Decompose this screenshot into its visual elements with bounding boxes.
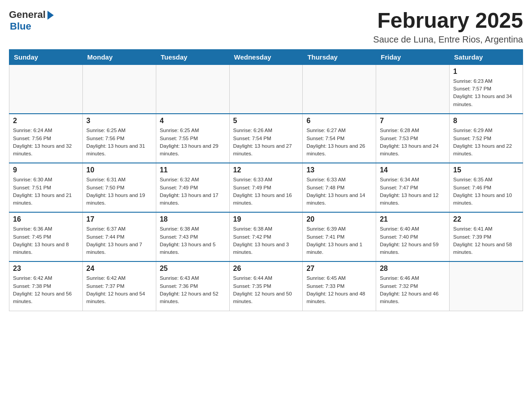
day-number: 8 [453, 117, 519, 125]
day-number: 6 [306, 117, 372, 125]
logo-blue-text: Blue [10, 21, 31, 32]
day-number: 20 [306, 215, 372, 223]
col-thursday: Thursday [303, 49, 376, 64]
day-number: 11 [160, 166, 226, 174]
day-number: 3 [86, 117, 152, 125]
table-row: 1Sunrise: 6:23 AMSunset: 7:57 PMDaylight… [450, 64, 523, 114]
table-row: 28Sunrise: 6:46 AMSunset: 7:32 PMDayligh… [376, 261, 450, 311]
col-wednesday: Wednesday [229, 49, 303, 64]
day-info: Sunrise: 6:32 AMSunset: 7:49 PMDaylight:… [160, 176, 226, 207]
day-number: 24 [86, 265, 152, 273]
day-info: Sunrise: 6:34 AMSunset: 7:47 PMDaylight:… [380, 176, 446, 207]
day-number: 21 [380, 215, 446, 223]
table-row: 3Sunrise: 6:25 AMSunset: 7:56 PMDaylight… [82, 114, 156, 163]
table-row: 22Sunrise: 6:41 AMSunset: 7:39 PMDayligh… [450, 212, 523, 261]
day-number: 28 [380, 265, 446, 273]
day-number: 7 [380, 117, 446, 125]
day-number: 2 [13, 117, 79, 125]
day-info: Sunrise: 6:25 AMSunset: 7:56 PMDaylight:… [86, 127, 152, 158]
day-number: 16 [13, 215, 79, 223]
table-row: 8Sunrise: 6:29 AMSunset: 7:52 PMDaylight… [450, 114, 523, 163]
table-row [303, 64, 376, 114]
table-row: 26Sunrise: 6:44 AMSunset: 7:35 PMDayligh… [229, 261, 303, 311]
calendar-week-row: 9Sunrise: 6:30 AMSunset: 7:51 PMDaylight… [9, 163, 523, 212]
table-row: 4Sunrise: 6:25 AMSunset: 7:55 PMDaylight… [156, 114, 229, 163]
day-info: Sunrise: 6:23 AMSunset: 7:57 PMDaylight:… [453, 77, 519, 108]
day-info: Sunrise: 6:33 AMSunset: 7:49 PMDaylight:… [233, 176, 299, 207]
day-number: 1 [453, 68, 519, 76]
calendar-header-row: Sunday Monday Tuesday Wednesday Thursday… [9, 49, 523, 64]
day-info: Sunrise: 6:35 AMSunset: 7:46 PMDaylight:… [453, 176, 519, 207]
day-info: Sunrise: 6:37 AMSunset: 7:44 PMDaylight:… [86, 225, 152, 256]
day-info: Sunrise: 6:31 AMSunset: 7:50 PMDaylight:… [86, 176, 152, 207]
day-number: 18 [160, 215, 226, 223]
location-subtitle: Sauce de Luna, Entre Rios, Argentina [373, 34, 523, 45]
day-info: Sunrise: 6:40 AMSunset: 7:40 PMDaylight:… [380, 225, 446, 256]
day-number: 15 [453, 166, 519, 174]
calendar-week-row: 2Sunrise: 6:24 AMSunset: 7:56 PMDaylight… [9, 114, 523, 163]
day-number: 23 [13, 265, 79, 273]
table-row: 27Sunrise: 6:45 AMSunset: 7:33 PMDayligh… [303, 261, 376, 311]
table-row: 13Sunrise: 6:33 AMSunset: 7:48 PMDayligh… [303, 163, 376, 212]
day-number: 5 [233, 117, 299, 125]
table-row: 24Sunrise: 6:42 AMSunset: 7:37 PMDayligh… [82, 261, 156, 311]
logo-general-text: General [9, 9, 46, 21]
table-row: 21Sunrise: 6:40 AMSunset: 7:40 PMDayligh… [376, 212, 450, 261]
day-number: 26 [233, 265, 299, 273]
table-row: 5Sunrise: 6:26 AMSunset: 7:54 PMDaylight… [229, 114, 303, 163]
table-row: 17Sunrise: 6:37 AMSunset: 7:44 PMDayligh… [82, 212, 156, 261]
day-number: 4 [160, 117, 226, 125]
table-row: 18Sunrise: 6:38 AMSunset: 7:43 PMDayligh… [156, 212, 229, 261]
table-row: 9Sunrise: 6:30 AMSunset: 7:51 PMDaylight… [9, 163, 83, 212]
day-info: Sunrise: 6:41 AMSunset: 7:39 PMDaylight:… [453, 225, 519, 256]
day-number: 12 [233, 166, 299, 174]
day-number: 19 [233, 215, 299, 223]
calendar-week-row: 16Sunrise: 6:36 AMSunset: 7:45 PMDayligh… [9, 212, 523, 261]
day-number: 13 [306, 166, 372, 174]
day-info: Sunrise: 6:27 AMSunset: 7:54 PMDaylight:… [306, 127, 372, 158]
table-row: 23Sunrise: 6:42 AMSunset: 7:38 PMDayligh… [9, 261, 83, 311]
col-saturday: Saturday [450, 49, 523, 64]
page-header: General Blue February 2025 Sauce de Luna… [9, 9, 523, 45]
day-info: Sunrise: 6:43 AMSunset: 7:36 PMDaylight:… [160, 274, 226, 305]
day-info: Sunrise: 6:29 AMSunset: 7:52 PMDaylight:… [453, 127, 519, 158]
table-row [450, 261, 523, 311]
table-row [376, 64, 450, 114]
day-info: Sunrise: 6:28 AMSunset: 7:53 PMDaylight:… [380, 127, 446, 158]
title-block: February 2025 Sauce de Luna, Entre Rios,… [373, 9, 523, 45]
col-monday: Monday [82, 49, 156, 64]
col-sunday: Sunday [9, 49, 83, 64]
day-number: 14 [380, 166, 446, 174]
calendar-table: Sunday Monday Tuesday Wednesday Thursday… [9, 49, 523, 311]
calendar-week-row: 23Sunrise: 6:42 AMSunset: 7:38 PMDayligh… [9, 261, 523, 311]
table-row [229, 64, 303, 114]
day-info: Sunrise: 6:46 AMSunset: 7:32 PMDaylight:… [380, 274, 446, 305]
day-info: Sunrise: 6:26 AMSunset: 7:54 PMDaylight:… [233, 127, 299, 158]
table-row: 19Sunrise: 6:38 AMSunset: 7:42 PMDayligh… [229, 212, 303, 261]
day-number: 9 [13, 166, 79, 174]
day-info: Sunrise: 6:36 AMSunset: 7:45 PMDaylight:… [13, 225, 79, 256]
table-row: 2Sunrise: 6:24 AMSunset: 7:56 PMDaylight… [9, 114, 83, 163]
day-info: Sunrise: 6:24 AMSunset: 7:56 PMDaylight:… [13, 127, 79, 158]
day-info: Sunrise: 6:39 AMSunset: 7:41 PMDaylight:… [306, 225, 372, 256]
table-row: 14Sunrise: 6:34 AMSunset: 7:47 PMDayligh… [376, 163, 450, 212]
table-row: 25Sunrise: 6:43 AMSunset: 7:36 PMDayligh… [156, 261, 229, 311]
col-tuesday: Tuesday [156, 49, 229, 64]
table-row: 15Sunrise: 6:35 AMSunset: 7:46 PMDayligh… [450, 163, 523, 212]
day-number: 25 [160, 265, 226, 273]
table-row [156, 64, 229, 114]
calendar-week-row: 1Sunrise: 6:23 AMSunset: 7:57 PMDaylight… [9, 64, 523, 114]
day-number: 17 [86, 215, 152, 223]
table-row [82, 64, 156, 114]
day-number: 22 [453, 215, 519, 223]
table-row: 12Sunrise: 6:33 AMSunset: 7:49 PMDayligh… [229, 163, 303, 212]
table-row: 20Sunrise: 6:39 AMSunset: 7:41 PMDayligh… [303, 212, 376, 261]
day-info: Sunrise: 6:30 AMSunset: 7:51 PMDaylight:… [13, 176, 79, 207]
day-info: Sunrise: 6:33 AMSunset: 7:48 PMDaylight:… [306, 176, 372, 207]
logo: General Blue [9, 9, 54, 32]
month-year-title: February 2025 [373, 9, 523, 33]
table-row: 10Sunrise: 6:31 AMSunset: 7:50 PMDayligh… [82, 163, 156, 212]
day-info: Sunrise: 6:38 AMSunset: 7:42 PMDaylight:… [233, 225, 299, 256]
day-info: Sunrise: 6:42 AMSunset: 7:37 PMDaylight:… [86, 274, 152, 305]
day-info: Sunrise: 6:25 AMSunset: 7:55 PMDaylight:… [160, 127, 226, 158]
